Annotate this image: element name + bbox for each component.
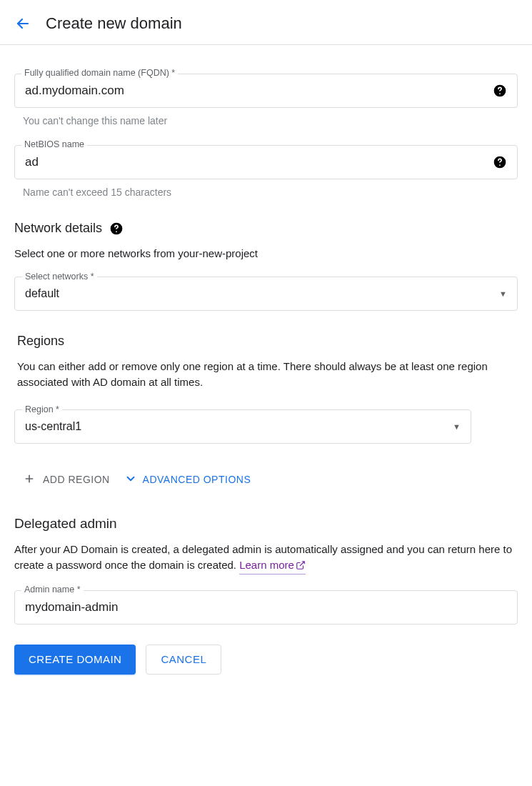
page-header: Create new domain xyxy=(0,0,532,45)
netbios-hint: Name can't exceed 15 characters xyxy=(23,186,518,198)
region-value: us-central1 xyxy=(25,420,453,433)
delegated-admin-title: Delegated admin xyxy=(14,516,518,532)
network-description-prefix: Select one or more networks from xyxy=(14,247,178,259)
advanced-options-toggle[interactable]: ADVANCED OPTIONS xyxy=(121,468,254,492)
cancel-button[interactable]: CANCEL xyxy=(146,645,221,675)
admin-name-field[interactable] xyxy=(14,590,518,625)
select-networks-value: default xyxy=(25,287,499,300)
fqdn-field[interactable] xyxy=(14,74,518,108)
fqdn-label: Fully qualified domain name (FQDN) * xyxy=(21,68,178,78)
learn-more-text: Learn more xyxy=(239,557,294,574)
regions-description: You can either add or remove only one re… xyxy=(14,359,518,391)
admin-name-label: Admin name * xyxy=(21,584,84,595)
delegated-admin-description: After your AD Domain is created, a deleg… xyxy=(14,542,518,574)
fqdn-field-wrap: Fully qualified domain name (FQDN) * xyxy=(14,74,518,108)
select-networks-label: Select networks * xyxy=(22,272,97,282)
admin-name-input[interactable] xyxy=(25,600,507,615)
advanced-options-label: ADVANCED OPTIONS xyxy=(143,474,251,485)
help-icon[interactable] xyxy=(493,84,507,98)
create-domain-button[interactable]: CREATE DOMAIN xyxy=(14,645,136,675)
external-link-icon xyxy=(296,560,306,570)
add-region-label: ADD REGION xyxy=(43,474,110,485)
page-title: Create new domain xyxy=(46,14,182,33)
help-icon[interactable] xyxy=(109,222,124,236)
regions-title: Regions xyxy=(14,334,518,349)
netbios-field-wrap: NetBIOS name xyxy=(14,145,518,179)
back-arrow-icon[interactable] xyxy=(14,15,31,32)
form-content: Fully qualified domain name (FQDN) * You… xyxy=(0,45,532,695)
region-label: Region * xyxy=(22,404,62,414)
chevron-down-icon: ▼ xyxy=(499,289,507,298)
admin-name-field-wrap: Admin name * xyxy=(14,590,518,625)
plus-icon xyxy=(23,472,36,487)
region-dropdown[interactable]: Region * us-central1 ▼ xyxy=(14,409,471,444)
network-details-title: Network details xyxy=(14,221,518,236)
add-region-button[interactable]: ADD REGION xyxy=(14,468,119,492)
action-buttons: CREATE DOMAIN CANCEL xyxy=(14,645,518,675)
network-description: Select one or more networks from your-ne… xyxy=(14,246,518,262)
fqdn-hint: You can't change this name later xyxy=(23,115,518,126)
chevron-down-icon: ▼ xyxy=(453,422,461,431)
netbios-label: NetBIOS name xyxy=(21,139,87,149)
chevron-down-icon xyxy=(124,472,137,487)
select-networks-dropdown[interactable]: Select networks * default ▼ xyxy=(14,277,518,311)
learn-more-link[interactable]: Learn more xyxy=(239,557,306,574)
fqdn-input[interactable] xyxy=(25,84,493,98)
help-icon[interactable] xyxy=(493,155,507,169)
netbios-input[interactable] xyxy=(25,155,493,169)
network-details-title-text: Network details xyxy=(14,221,102,236)
netbios-field[interactable] xyxy=(14,145,518,179)
project-name: your-new-project xyxy=(178,247,258,259)
